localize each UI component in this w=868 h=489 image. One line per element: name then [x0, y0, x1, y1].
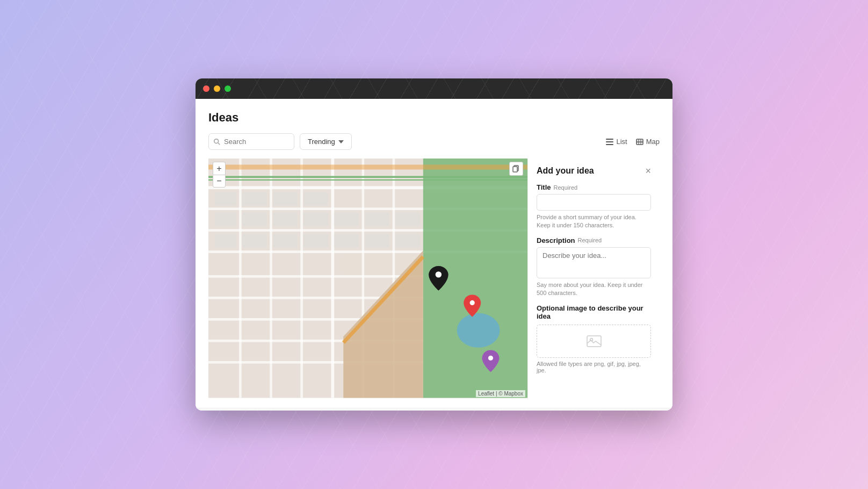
zoom-out-button[interactable]: −	[213, 175, 226, 188]
svg-rect-19	[331, 159, 334, 398]
trending-dropdown[interactable]: Trending	[300, 133, 352, 150]
panel-title: Add your idea	[537, 166, 594, 176]
svg-rect-46	[395, 234, 420, 248]
search-icon	[213, 138, 221, 146]
image-upload-box[interactable]	[537, 325, 651, 358]
copy-icon	[512, 165, 520, 172]
svg-rect-17	[270, 159, 272, 398]
svg-rect-39	[395, 213, 420, 226]
close-dot[interactable]	[203, 85, 209, 92]
svg-rect-36	[303, 213, 328, 226]
map-view-button[interactable]: Map	[636, 138, 660, 146]
svg-rect-33	[214, 213, 236, 226]
title-label: Title Required	[537, 183, 651, 191]
svg-rect-52	[513, 167, 517, 172]
close-panel-button[interactable]: ×	[645, 166, 651, 176]
search-input[interactable]	[208, 133, 294, 150]
list-view-button[interactable]: List	[606, 138, 627, 146]
svg-rect-31	[273, 192, 298, 206]
title-input[interactable]	[537, 194, 651, 211]
zoom-in-button[interactable]: +	[213, 162, 226, 175]
footer-bar: i Click an empty spot on the map to add …	[196, 408, 672, 411]
svg-rect-38	[365, 213, 389, 226]
description-required-badge: Required	[578, 237, 602, 243]
panel-header: Add your idea ×	[537, 166, 651, 176]
map-attribution: Leaflet | © Mapbox	[476, 390, 525, 397]
svg-rect-42	[273, 234, 298, 248]
view-controls: List Map	[606, 138, 660, 146]
image-hint: Allowed file types are png, gif, jpg, jp…	[537, 361, 651, 373]
minimize-dot[interactable]	[214, 85, 220, 92]
svg-rect-44	[334, 234, 359, 248]
chevron-down-icon	[338, 140, 344, 143]
svg-rect-4	[606, 144, 613, 145]
search-wrap	[208, 133, 294, 150]
map-controls: + −	[213, 162, 226, 188]
idea-panel: Add your idea × Title Required Provide a…	[527, 157, 660, 399]
app-window: Ideas Trending	[196, 78, 672, 411]
svg-rect-3	[606, 141, 613, 142]
svg-point-49	[470, 300, 475, 305]
svg-point-48	[436, 271, 442, 277]
main-area: + − Leaflet | © Mapbox Add your idea	[208, 157, 660, 399]
svg-rect-47	[208, 164, 527, 169]
title-hint: Provide a short summary of your idea. Ke…	[537, 213, 651, 230]
description-textarea[interactable]	[537, 247, 651, 278]
titlebar	[196, 78, 672, 99]
description-label: Description Required	[537, 236, 651, 244]
page-content: Ideas Trending	[196, 99, 672, 408]
svg-rect-37	[334, 213, 359, 226]
svg-point-50	[488, 356, 493, 361]
map-icon	[636, 138, 643, 146]
svg-rect-18	[300, 159, 303, 398]
trending-label: Trending	[308, 138, 335, 146]
svg-rect-43	[303, 234, 328, 248]
svg-rect-35	[273, 213, 298, 226]
svg-rect-40	[214, 234, 236, 248]
map-label: Map	[646, 138, 660, 146]
svg-point-23	[457, 313, 500, 348]
svg-rect-30	[242, 192, 267, 206]
list-icon	[606, 138, 613, 146]
svg-point-0	[214, 139, 219, 143]
svg-rect-16	[239, 159, 242, 398]
image-icon	[587, 335, 602, 348]
map-container[interactable]: + − Leaflet | © Mapbox	[208, 157, 527, 399]
image-section-label: Optional image to describe your idea	[537, 304, 651, 320]
svg-rect-29	[214, 192, 236, 206]
svg-rect-41	[242, 234, 267, 248]
svg-rect-34	[242, 213, 267, 226]
list-label: List	[616, 138, 627, 146]
description-hint: Say more about your idea. Keep it under …	[537, 281, 651, 298]
svg-rect-32	[303, 192, 328, 206]
map-copy-button[interactable]	[509, 162, 523, 176]
map-svg	[208, 157, 527, 399]
toolbar: Trending List	[208, 133, 660, 150]
maximize-dot[interactable]	[225, 85, 231, 92]
svg-rect-45	[365, 234, 389, 248]
page-title: Ideas	[208, 111, 660, 125]
svg-line-1	[218, 143, 220, 145]
svg-rect-2	[606, 139, 613, 140]
svg-rect-5	[636, 139, 643, 145]
title-required-badge: Required	[554, 184, 578, 191]
